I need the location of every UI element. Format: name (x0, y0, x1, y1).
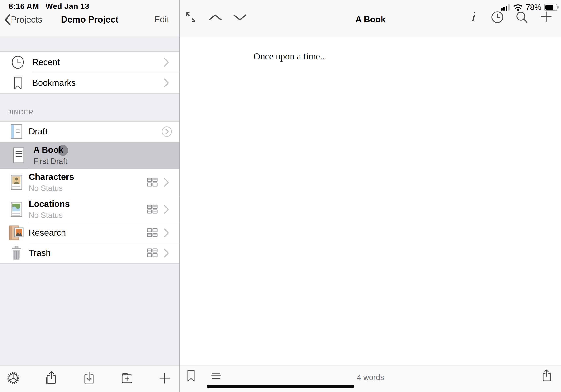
binder-row-draft[interactable]: Draft (0, 121, 180, 142)
formatting-lines-button[interactable] (211, 372, 221, 380)
bookmark-icon (10, 76, 25, 90)
trash-icon (8, 246, 25, 261)
home-indicator[interactable] (207, 385, 354, 389)
binder-group: Draft A Book First Draft (0, 121, 180, 264)
new-folder-button[interactable] (120, 371, 134, 384)
import-button[interactable] (82, 371, 96, 385)
document-text[interactable]: Once upon a time... (253, 51, 327, 62)
document-icon (12, 147, 26, 163)
status-bar-indicators: 78% (501, 3, 557, 12)
chevron-right-icon (164, 58, 169, 67)
corkboard-grid-icon (147, 228, 158, 238)
editor-panel: 78% A Book i (180, 0, 561, 392)
shortcuts-group: Recent Bookmarks (0, 52, 180, 94)
clock-icon (10, 55, 25, 69)
battery-percent: 78% (526, 3, 541, 12)
word-count: 4 words (357, 373, 384, 382)
project-title: Demo Project (0, 15, 180, 25)
binder-row-research[interactable]: Research (0, 223, 180, 243)
edit-button[interactable]: Edit (154, 15, 169, 24)
locations-status: No Status (29, 211, 70, 220)
battery-icon (544, 3, 557, 11)
research-label: Research (29, 228, 66, 238)
corkboard-grid-icon (147, 248, 158, 258)
add-document-button[interactable] (159, 372, 171, 384)
characters-status: No Status (29, 184, 74, 193)
binder-section-label: BINDER (7, 109, 33, 116)
research-book-icon (8, 225, 25, 241)
editor-toolbar: 78% A Book i (180, 0, 561, 36)
bookmark-button[interactable] (187, 370, 195, 382)
cellular-signal-icon (501, 4, 510, 11)
character-sheet-icon (8, 174, 25, 190)
scrivener-app: 8:16 AMWed Jan 13 Projects Demo Project … (0, 0, 561, 392)
chevron-right-icon (164, 228, 169, 238)
status-bar-clock: 8:16 AMWed Jan 13 (9, 2, 96, 11)
chevron-right-icon (164, 178, 169, 187)
a-book-title: A Book (33, 145, 67, 155)
wifi-icon (513, 3, 523, 11)
sidebar-item-recent[interactable]: Recent (0, 52, 180, 73)
location-sheet-icon (8, 202, 25, 217)
binder-row-trash[interactable]: Trash (0, 243, 180, 263)
binder-row-characters[interactable]: Characters No Status (0, 169, 180, 196)
history-button[interactable] (491, 11, 504, 23)
disclose-draft-button[interactable] (162, 126, 172, 137)
draft-label: Draft (29, 127, 47, 136)
draft-folder-icon (8, 124, 25, 139)
chevron-right-icon (164, 248, 169, 258)
status-time: 8:16 AM (9, 2, 39, 11)
info-icon: i (471, 9, 475, 24)
compile-gear-button[interactable] (7, 371, 20, 384)
bookmarks-label: Bookmarks (32, 78, 76, 88)
add-button[interactable] (540, 11, 552, 22)
corkboard-grid-icon (147, 205, 158, 214)
binder-row-a-book[interactable]: A Book First Draft (0, 142, 180, 169)
chevron-right-icon (164, 78, 169, 88)
locations-title: Locations (29, 199, 70, 209)
document-title: A Book (180, 15, 561, 24)
trash-label: Trash (29, 248, 51, 258)
info-button[interactable]: i (471, 10, 475, 23)
sidebar-toolbar (0, 365, 180, 392)
chevron-right-icon (164, 205, 169, 214)
sidebar-item-bookmarks[interactable]: Bookmarks (0, 73, 180, 93)
recent-label: Recent (32, 57, 60, 67)
status-date: Wed Jan 13 (46, 2, 89, 11)
corkboard-grid-icon (147, 178, 158, 187)
share-document-button[interactable] (540, 369, 552, 382)
binder-sidebar: 8:16 AMWed Jan 13 Projects Demo Project … (0, 0, 180, 392)
binder-row-locations[interactable]: Locations No Status (0, 196, 180, 223)
a-book-status: First Draft (33, 157, 67, 166)
sidebar-header: 8:16 AMWed Jan 13 Projects Demo Project … (0, 0, 180, 36)
characters-title: Characters (29, 172, 74, 182)
search-button[interactable] (515, 11, 528, 23)
share-button[interactable] (44, 370, 58, 385)
